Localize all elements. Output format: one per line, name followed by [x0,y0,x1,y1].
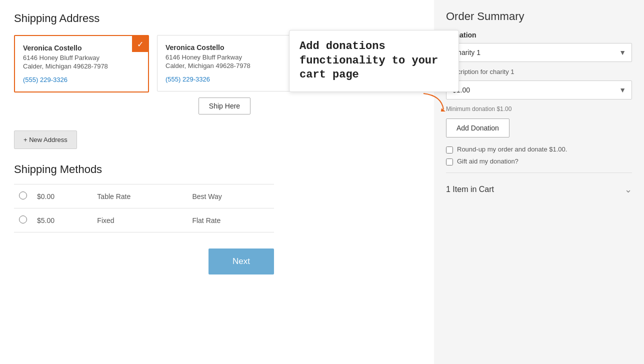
cart-label: 1 Item in Cart [446,185,494,194]
cart-row[interactable]: 1 Item in Cart ⌄ [446,180,632,199]
address-phone-1: (555) 229-3326 [23,76,140,84]
charity-description: Description for charity 1 [446,68,632,76]
gift-aid-label: Gift aid my donation? [457,158,518,165]
address-name-2: Veronica Costello [166,44,284,52]
shipping-methods-title: Shipping Methods [14,163,420,176]
gift-aid-checkbox-row: Gift aid my donation? [446,158,632,166]
method-name-2: Fixed [92,208,187,232]
shipping-radio-1[interactable] [19,192,27,200]
tooltip-arrow-icon [418,92,448,112]
next-button[interactable]: Next [208,248,274,274]
shipping-radio-2[interactable] [19,216,27,224]
method-price-2: $5.00 [32,208,92,232]
roundup-checkbox[interactable] [446,146,453,154]
order-summary-title: Order Summary [446,10,632,23]
address-name-1: Veronica Costello [23,44,140,52]
method-carrier-1: Best Way [187,184,274,208]
address-street-1: 6146 Honey Bluff Parkway [23,54,140,62]
divider [446,172,632,173]
roundup-checkbox-row: Round-up my order and donate $1.00. [446,146,632,154]
add-donation-button[interactable]: Add Donation [446,118,510,138]
second-address-block: Veronica Costello 6146 Honey Bluff Parkw… [157,35,292,114]
address-phone-2: (555) 229-3326 [166,76,284,83]
method-name-1: Table Rate [92,184,187,208]
next-button-wrapper: Next [14,248,274,274]
amount-select[interactable]: $1.00 $2.00 $5.00 $10.00 [446,80,632,100]
tooltip-text: Add donations functionality to your cart… [300,40,448,82]
tooltip-bubble: Add donations functionality to your cart… [289,30,459,92]
right-panel: Add donations functionality to your cart… [434,0,644,364]
method-price-1: $0.00 [32,184,92,208]
address-city-2: Calder, Michigan 49628-7978 [166,62,284,70]
table-row: $5.00 Fixed Flat Rate [14,208,274,232]
shipping-address-title: Shipping Address [14,12,420,25]
table-row: $0.00 Table Rate Best Way [14,184,274,208]
roundup-label: Round-up my order and donate $1.00. [457,146,567,153]
method-carrier-2: Flat Rate [187,208,274,232]
selected-checkmark: ✓ [132,36,148,52]
address-card-2[interactable]: Veronica Costello 6146 Honey Bluff Parkw… [157,35,292,92]
charity-select-wrapper[interactable]: Charity 1 Charity 2 Charity 3 ▼ [446,43,632,62]
new-address-button[interactable]: + New Address [14,130,77,149]
cart-chevron-icon: ⌄ [624,184,632,195]
donation-label: Donation [446,31,632,39]
address-street-2: 6146 Honey Bluff Parkway [166,54,284,61]
address-card-selected[interactable]: ✓ Veronica Costello 6146 Honey Bluff Par… [14,35,149,92]
shipping-methods-table: $0.00 Table Rate Best Way $5.00 Fixed Fl… [14,184,274,232]
ship-here-button[interactable]: Ship Here [198,98,250,114]
address-city-1: Calder, Michigan 49628-7978 [23,62,140,70]
amount-select-wrapper[interactable]: $1.00 $2.00 $5.00 $10.00 ▼ [446,80,632,100]
charity-select[interactable]: Charity 1 Charity 2 Charity 3 [446,43,632,62]
gift-aid-checkbox[interactable] [446,158,453,166]
minimum-donation-text: Minimum donation $1.00 [446,106,632,112]
